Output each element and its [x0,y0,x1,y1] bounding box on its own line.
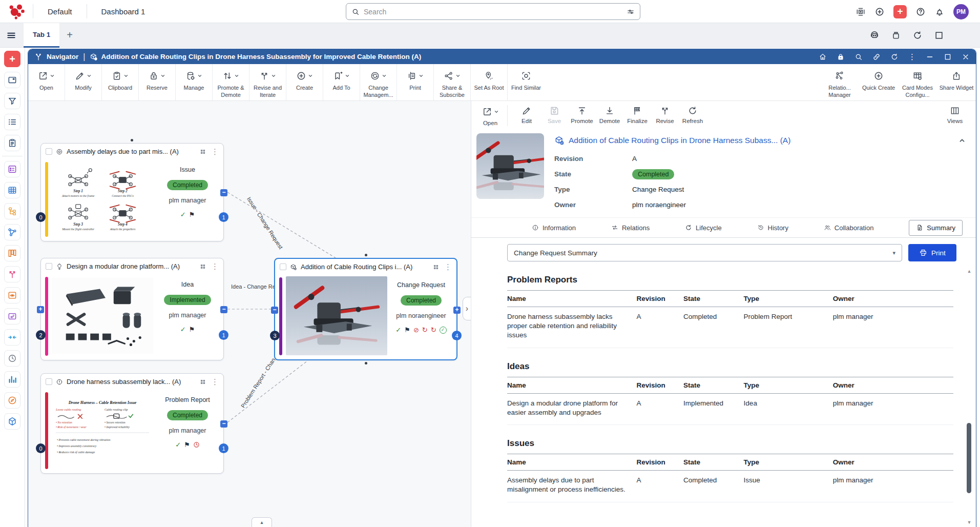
toolbar-open[interactable]: Open [28,64,65,100]
app-logo[interactable] [0,2,33,21]
card-title[interactable]: Addition of Cable Routing Clips i... (A) [301,263,429,271]
tab-relations[interactable]: Relations [611,224,650,232]
add-widget-button[interactable]: + [4,51,20,67]
item-finalize-button[interactable]: Finalize [623,101,651,130]
tab-information[interactable]: Information [532,224,576,232]
collapse-connector[interactable]: − [220,420,227,428]
toolbar-clipboard[interactable]: Clipboard [102,64,139,100]
left-relations-count[interactable]: 2 [36,330,46,340]
sidebar-item-kanban[interactable] [4,245,20,261]
left-relations-count[interactable]: 3 [270,331,280,340]
sidebar-item-workflow[interactable] [4,266,20,282]
toolbar-reserve[interactable]: Reserve [139,64,176,100]
tab-tab1[interactable]: Tab 1 [24,23,59,48]
toolbar-revise-iterate[interactable]: Revise and Iterate [249,64,286,100]
tab-collaboration[interactable]: Collaboration [824,224,874,232]
card-checkbox[interactable] [46,263,52,270]
card-menu-icon[interactable]: ⋮ [211,262,219,270]
search-filter-icon[interactable] [627,8,635,16]
card-mode-icon[interactable] [199,263,206,270]
right-relations-count[interactable]: 1 [219,330,228,340]
card-title[interactable]: Drone harness subassembly lack... (A) [67,378,196,386]
collection-icon[interactable] [891,30,901,40]
right-relations-count[interactable]: 4 [452,331,462,340]
toolbar-set-as-root[interactable]: Set As Root [471,64,508,100]
item-demote-button[interactable]: Demote [596,101,623,130]
sidebar-item-window[interactable] [4,72,20,88]
global-search[interactable] [346,3,640,20]
sidebar-item-preview[interactable] [4,287,20,303]
add-tab-button[interactable]: + [67,29,73,41]
link-icon[interactable] [872,53,881,61]
close-icon[interactable] [962,53,970,61]
right-relations-count[interactable]: 1 [219,443,228,453]
scrollbar-thumb[interactable] [967,423,971,493]
graph-canvas[interactable]: Issue - Change Request Idea - Change Req… [28,101,471,527]
maximize-icon[interactable] [934,30,944,40]
sidebar-item-filter[interactable] [4,93,20,109]
toolbar-print[interactable]: Print [397,64,434,100]
help-icon[interactable] [915,7,926,17]
tab-lifecycle[interactable]: Lifecycle [685,224,722,232]
summary-scrollbar[interactable]: ▲ ▼ [965,267,973,527]
scroll-down-arrow[interactable]: ▼ [965,520,973,525]
sidebar-item-structure[interactable] [4,203,20,219]
quick-add-button[interactable]: + [893,5,907,18]
nav-workspace[interactable]: Default [33,7,87,16]
tab-summary[interactable]: Summary [909,220,963,236]
more-options-icon[interactable]: ⋮ [908,53,916,60]
sidebar-item-card[interactable] [4,308,20,325]
menu-icon[interactable] [6,30,16,40]
card-checkbox[interactable] [46,378,52,385]
toolbar-change-management[interactable]: Change Managem... [360,64,397,100]
collapse-connector[interactable]: − [220,306,227,313]
maximize-icon[interactable] [944,53,952,61]
card-change-request[interactable]: Addition of Cable Routing Clips i... (A)… [274,258,457,360]
sidebar-item-graph[interactable] [4,224,20,240]
minimize-icon[interactable] [926,53,934,61]
card-mode-icon[interactable] [199,148,206,155]
card-mode-icon[interactable] [432,264,440,271]
toolbar-manage[interactable]: Manage [176,64,213,100]
item-open-button[interactable]: Open [476,101,504,130]
sidebar-item-form[interactable] [4,161,20,177]
assistant-icon[interactable] [869,30,880,40]
toolbar-quick-create[interactable]: Quick Create [859,64,898,100]
toolbar-card-modes-config[interactable]: Card Modes Configu... [898,64,937,100]
lock-icon[interactable] [837,53,845,61]
item-promote-button[interactable]: Promote [568,101,596,130]
card-issue[interactable]: Assembly delays due to part mis... (A) ⋮ [40,143,224,241]
search-icon[interactable] [854,53,863,61]
home-icon[interactable] [819,53,827,61]
card-problem-report[interactable]: Drone harness subassembly lack... (A) ⋮ … [40,373,224,474]
item-title[interactable]: Addition of Cable Routing Clips in Drone… [569,136,954,145]
item-revise-button[interactable]: Revise [651,101,679,130]
card-checkbox[interactable] [280,264,286,270]
toolbar-share-subscribe[interactable]: Share & Subscribe [434,64,471,100]
sidebar-item-clipboard[interactable] [4,135,20,151]
sidebar-item-chart[interactable] [4,371,20,388]
card-title[interactable]: Design a modular drone platform... (A) [67,262,196,270]
card-menu-icon[interactable]: ⋮ [444,263,452,271]
item-refresh-button[interactable]: Refresh [679,101,706,130]
toolbar-create[interactable]: Create [286,64,323,100]
toolbar-share-widget[interactable]: Share Widget [937,64,976,100]
sidebar-item-history[interactable] [4,350,20,367]
left-relations-count[interactable]: 0 [36,443,46,453]
card-menu-icon[interactable]: ⋮ [211,378,219,386]
export-grid-icon[interactable] [856,7,866,17]
toolbar-add-to[interactable]: Add To [323,64,360,100]
search-input[interactable] [364,8,627,16]
table-row[interactable]: Assembly delays due to part misalignment… [507,471,953,502]
toolbar-find-similar[interactable]: Find Similar [508,64,545,100]
tab-history[interactable]: History [757,224,788,232]
summary-type-dropdown[interactable]: Change Request Summary ▾ [507,244,902,261]
refresh-icon[interactable] [890,53,899,61]
print-button[interactable]: Print [908,244,956,261]
nav-dashboard[interactable]: Dashboard 1 [87,7,160,16]
card-mode-icon[interactable] [199,378,206,386]
collapse-header-icon[interactable] [958,137,966,144]
sidebar-item-merge[interactable] [4,329,20,346]
panel-collapse-handle[interactable]: › [463,297,471,320]
expand-connector[interactable]: + [37,306,44,313]
